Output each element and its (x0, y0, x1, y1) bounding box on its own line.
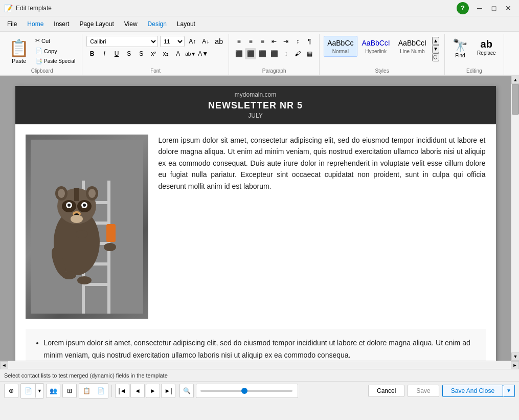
scroll-track[interactable] (511, 84, 519, 352)
scroll-thumb[interactable] (512, 84, 519, 115)
search-icon-button[interactable]: 🔍 (179, 384, 194, 398)
search-slider[interactable] (200, 390, 292, 392)
paste-icon: 📋 (9, 38, 29, 58)
italic-button[interactable]: I (99, 48, 110, 59)
shrink-font-button[interactable]: A↓ (200, 36, 211, 47)
menu-file[interactable]: File (2, 18, 22, 30)
align-justify-button[interactable]: ⬛ (268, 48, 280, 59)
vertical-scrollbar[interactable]: ▲ ▼ (511, 76, 519, 361)
style-items: AaBbCc Normal AaBbCcI Hyperlink AaBbCcI … (324, 36, 430, 57)
menu-design[interactable]: Design (143, 18, 172, 30)
para-row2: ⬛ ⬛ ⬛ ⬛ ↕ 🖌 ▦ (233, 48, 315, 59)
svg-point-13 (88, 189, 96, 198)
document-text[interactable]: Lorem ipsum dolor sit amet, consectetur … (159, 135, 486, 319)
style-linenumb[interactable]: AaBbCcI Line Numb (395, 36, 430, 57)
scroll-down-button[interactable]: ▼ (511, 352, 519, 361)
help-button[interactable]: ? (457, 2, 469, 14)
save-and-close-dropdown[interactable]: ▼ (503, 385, 515, 397)
align-left-button[interactable]: ⬛ (233, 48, 244, 59)
replace-icon: ab (481, 38, 492, 50)
title-bar-left: 📝 Edit template (4, 4, 52, 12)
replace-button[interactable]: ab Replace (473, 36, 500, 58)
menu-layout[interactable]: Layout (172, 18, 200, 30)
document-scroll[interactable]: mydomain.com NEWSLETTER NR 5 JULY (0, 76, 511, 361)
toolbar-button-contacts[interactable]: 👥 (46, 384, 60, 398)
style-hyperlink[interactable]: AaBbCcI Hyperlink (358, 36, 394, 57)
nav-last-button[interactable]: ►| (161, 384, 175, 398)
align-center-button[interactable]: ⬛ (245, 48, 256, 59)
find-button[interactable]: 🔭 Find (449, 36, 471, 61)
borders-button[interactable]: ▦ (304, 48, 315, 59)
paragraph-label: Paragraph (229, 68, 319, 74)
numbered-list-button[interactable]: ≡ (245, 36, 256, 47)
nav-first-button[interactable]: |◄ (115, 384, 129, 398)
font-size-select[interactable]: 11 (160, 36, 185, 47)
menu-page-layout[interactable]: Page Layout (74, 18, 119, 30)
toolbar-dropdown-1[interactable]: 📄 (21, 384, 35, 398)
lorem-text: Lorem ipsum dolor sit amet, consectetur … (159, 136, 486, 190)
font-label: Font (82, 68, 229, 74)
restore-button[interactable]: □ (487, 2, 501, 15)
minimize-button[interactable]: ─ (473, 2, 486, 15)
styles-expand[interactable]: ⬡ (432, 53, 439, 61)
line-spacing-button[interactable]: ↕ (280, 48, 291, 59)
style-normal[interactable]: AaBbCc Normal (324, 36, 357, 57)
menu-home[interactable]: Home (22, 18, 49, 30)
shading-button[interactable]: 🖌 (292, 48, 303, 59)
styles-scroll-up[interactable]: ▲ (432, 37, 439, 45)
save-and-close-button[interactable]: Save And Close (442, 385, 503, 397)
highlight-button[interactable]: ab▼ (185, 48, 196, 59)
scroll-left-button[interactable]: ◄ (0, 361, 8, 369)
bold-button[interactable]: B (86, 48, 98, 59)
styles-scroll-down[interactable]: ▼ (432, 45, 439, 53)
toolbar-button-doc2[interactable]: 📄 (94, 384, 108, 398)
font-family-select[interactable]: Calibri (86, 36, 158, 47)
document-image (26, 135, 148, 319)
subscript-button[interactable]: x₂ (160, 48, 171, 59)
double-strikethrough-button[interactable]: S (136, 48, 147, 59)
status-bar: Select contact lists to test merged (dyn… (0, 369, 519, 381)
paste-special-icon: 📑 (35, 58, 42, 64)
toolbar-dropdown-arrow-1[interactable]: ▼ (35, 384, 43, 398)
cut-button[interactable]: ✂ Cut (33, 36, 78, 46)
para-content: ≡ ≡ ≡ ⇤ ⇥ ↕ ¶ ⬛ ⬛ ⬛ ⬛ ↕ 🖌 ▦ (233, 36, 315, 59)
sort-button[interactable]: ↕ (292, 36, 303, 47)
horizontal-scrollbar[interactable]: ◄ ► (0, 361, 519, 369)
document-page[interactable]: mydomain.com NEWSLETTER NR 5 JULY (15, 86, 496, 361)
increase-indent-button[interactable]: ⇥ (280, 36, 291, 47)
nav-next-button[interactable]: ► (146, 384, 160, 398)
menu-view[interactable]: View (119, 18, 143, 30)
superscript-button[interactable]: x² (148, 48, 159, 59)
show-marks-button[interactable]: ¶ (304, 36, 315, 47)
grow-font-button[interactable]: A↑ (187, 36, 198, 47)
font-group: Calibri 11 A↑ A↓ ab B I U S S x² x₂ (82, 34, 229, 75)
cancel-button[interactable]: Cancel (368, 385, 404, 397)
menu-insert[interactable]: Insert (49, 18, 74, 30)
close-button[interactable]: ✕ (502, 2, 515, 15)
multilevel-list-button[interactable]: ≡ (257, 36, 268, 47)
font-size-label-button[interactable]: A (172, 48, 184, 59)
paste-button[interactable]: 📋 Paste (6, 36, 32, 67)
strikethrough-button[interactable]: S (123, 48, 134, 59)
toolbar-button-1[interactable]: ⊕ (4, 384, 18, 398)
align-right-button[interactable]: ⬛ (257, 48, 268, 59)
styles-group: AaBbCc Normal AaBbCcI Hyperlink AaBbCcI … (320, 34, 445, 75)
underline-button[interactable]: U (111, 48, 122, 59)
scroll-up-button[interactable]: ▲ (511, 76, 519, 84)
save-button[interactable]: Save (408, 385, 439, 397)
h-scroll-track[interactable] (8, 361, 511, 369)
svg-rect-23 (74, 188, 79, 201)
toolbar-button-doc[interactable]: 📋 (79, 384, 94, 398)
search-thumb[interactable] (241, 388, 247, 394)
copy-button[interactable]: 📄 Copy (33, 46, 78, 56)
nav-prev-button[interactable]: ◄ (130, 384, 145, 398)
scroll-right-button[interactable]: ► (511, 361, 519, 369)
window-title: Edit template (16, 5, 52, 12)
bullet-list-button[interactable]: ≡ (233, 36, 244, 47)
font-color-button[interactable]: A▼ (197, 48, 209, 59)
decrease-indent-button[interactable]: ⇤ (268, 36, 280, 47)
clear-format-button[interactable]: ab (213, 36, 224, 47)
paste-special-button[interactable]: 📑 Paste Special (33, 56, 78, 66)
toolbar-separator (111, 385, 112, 397)
toolbar-button-table[interactable]: ⊞ (62, 384, 77, 398)
